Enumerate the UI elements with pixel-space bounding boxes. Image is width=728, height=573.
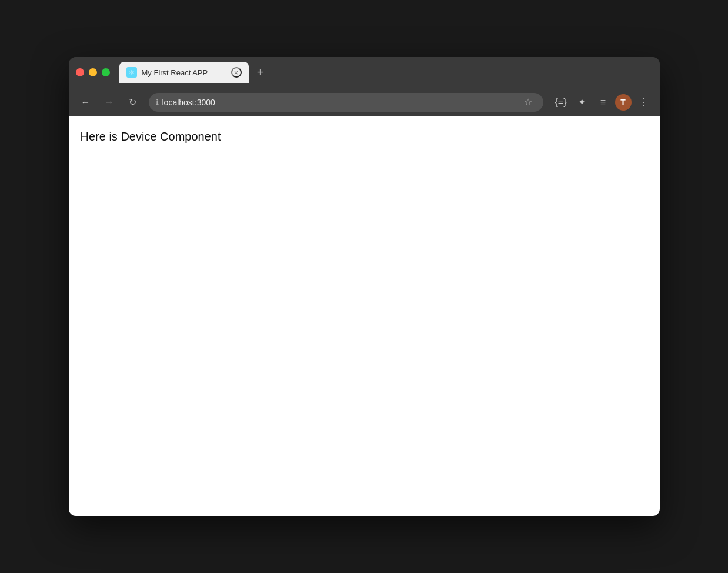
reload-button[interactable]: ↻ — [123, 92, 143, 112]
more-button[interactable]: ⋮ — [634, 93, 653, 112]
nav-bar: ← → ↻ ℹ localhost:3000 ☆ {=} ✦ ≡ T ⋮ — [69, 88, 660, 116]
tab-bar: ⚛ My First React APP × + — [119, 62, 653, 83]
active-tab[interactable]: ⚛ My First React APP × — [119, 62, 249, 83]
bookmark-button[interactable]: ☆ — [520, 94, 536, 111]
toolbar-icons: {=} ✦ ≡ T ⋮ — [552, 93, 653, 112]
queue-button[interactable]: ≡ — [594, 93, 613, 112]
browser-window: ⚛ My First React APP × + ← → ↻ ℹ localho… — [69, 57, 660, 516]
address-bar[interactable]: ℹ localhost:3000 ☆ — [149, 93, 543, 112]
traffic-lights — [76, 68, 110, 76]
minimize-traffic-light[interactable] — [89, 68, 97, 76]
react-icon: ⚛ — [129, 69, 135, 76]
new-tab-button[interactable]: + — [251, 63, 270, 82]
info-icon: ℹ — [156, 98, 159, 106]
forward-button[interactable]: → — [99, 92, 119, 112]
tab-title: My First React APP — [142, 68, 226, 77]
tab-close-button[interactable]: × — [231, 67, 242, 78]
page-content-text: Here is Device Component — [81, 130, 648, 144]
extensions-button[interactable]: {=} — [552, 93, 570, 112]
address-text: localhost:3000 — [162, 98, 516, 107]
title-bar: ⚛ My First React APP × + — [69, 57, 660, 88]
maximize-traffic-light[interactable] — [102, 68, 110, 76]
close-traffic-light[interactable] — [76, 68, 84, 76]
tab-favicon: ⚛ — [126, 67, 137, 78]
user-avatar[interactable]: T — [615, 94, 632, 111]
back-button[interactable]: ← — [76, 92, 96, 112]
web-content: Here is Device Component — [69, 116, 660, 516]
puzzle-button[interactable]: ✦ — [573, 93, 592, 112]
